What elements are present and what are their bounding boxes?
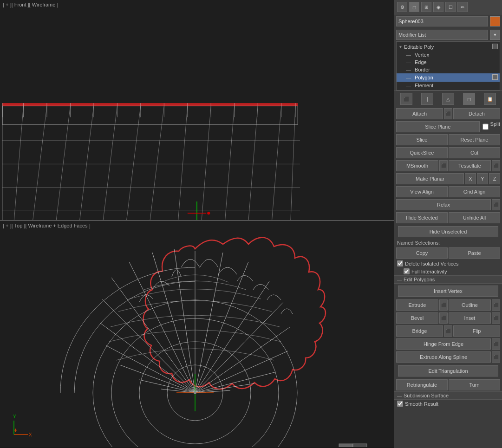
edge-bullet: — [406, 59, 411, 65]
bridge-button[interactable]: Bridge [396, 325, 443, 337]
svg-text:Y: Y [13, 414, 16, 419]
tessellate-options-button[interactable]: ⬛ [492, 160, 500, 171]
copy-button[interactable]: Copy [396, 247, 448, 259]
subobj-edge-icon[interactable]: | [421, 93, 433, 105]
hinge-from-edge-button[interactable]: Hinge From Edge [396, 338, 491, 350]
attach-options-button[interactable]: ⬛ [444, 108, 452, 119]
split-label: Split [490, 121, 500, 132]
smooth-result-checkbox[interactable] [397, 401, 403, 407]
extrude-options-button[interactable]: ⬛ [439, 299, 448, 311]
z-button[interactable]: Z [489, 173, 500, 184]
subdivision-surface-header[interactable]: — Subdivision Surface [394, 391, 502, 400]
toolbar-utilities-icon[interactable]: ✏ [457, 2, 468, 12]
retriangulate-turn-row: Retriangulate Turn [394, 378, 502, 391]
bevel-options-button[interactable]: ⬛ [439, 312, 448, 324]
viewport-front[interactable]: [ + ][ Front ][ Wireframe ] [0, 0, 394, 221]
named-selections-label: Named Selections: [394, 239, 502, 247]
svg-rect-1 [2, 103, 298, 106]
grid-align-button[interactable]: Grid Align [449, 186, 500, 197]
modifier-element[interactable]: — Element [397, 82, 500, 89]
modifier-editable-poly[interactable]: ▼ Editable Poly [397, 43, 500, 51]
paste-button[interactable]: Paste [449, 247, 500, 259]
x-button[interactable]: X [465, 173, 476, 184]
relax-options-button[interactable]: ⬛ [492, 199, 500, 210]
hinge-options-button[interactable]: ⬛ [492, 338, 500, 350]
subobj-polygon-icon[interactable]: ◻ [463, 93, 475, 105]
vertex-label: Vertex [415, 52, 429, 58]
slice-button[interactable]: Slice [396, 134, 448, 145]
viewport-area: [ + ][ Front ][ Wireframe ] [0, 0, 394, 448]
subobj-element-icon[interactable]: 📋 [484, 93, 496, 105]
edit-polygons-header[interactable]: — Edit Polygons [394, 275, 502, 284]
y-button[interactable]: Y [477, 173, 488, 184]
toolbar-settings-icon[interactable]: ⚙ [397, 2, 407, 12]
border-bullet: — [406, 67, 411, 72]
extrude-along-spline-button[interactable]: Extrude Along Spline [396, 351, 491, 363]
svg-point-67 [194, 391, 196, 394]
unhide-all-button[interactable]: Unhide All [449, 212, 500, 223]
flip-button[interactable]: Flip [453, 325, 500, 337]
msmooth-options-button[interactable]: ⬛ [439, 160, 448, 171]
quickslice-button[interactable]: QuickSlice [396, 147, 448, 158]
slice-plane-button[interactable]: Slice Plane [396, 121, 480, 132]
outline-options-button[interactable]: ⬛ [492, 299, 500, 311]
svg-rect-76 [339, 444, 353, 447]
attach-button[interactable]: Attach [396, 108, 443, 119]
object-name-input[interactable] [396, 16, 488, 26]
insert-vertex-button[interactable]: Insert Vertex [398, 286, 498, 297]
toolbar-motion-icon[interactable]: ◉ [433, 2, 443, 12]
svg-text:X: X [29, 432, 32, 437]
hide-unselected-button[interactable]: Hide Unselected [398, 226, 498, 237]
modifier-polygon[interactable]: — Polygon [397, 73, 500, 82]
mod-options-icon[interactable] [492, 44, 498, 50]
inset-button[interactable]: Inset [449, 312, 491, 324]
split-checkbox[interactable] [482, 121, 489, 132]
view-align-button[interactable]: View Align [396, 186, 448, 197]
modifier-edge[interactable]: — Edge [397, 58, 500, 66]
modifier-border[interactable]: — Border [397, 66, 500, 73]
delete-isolated-label: Delete Isolated Vertices [405, 261, 459, 266]
cut-button[interactable]: Cut [449, 147, 500, 158]
modifier-list-dropdown[interactable]: ▼ [490, 30, 500, 40]
attach-detach-row: Attach ⬛ Detach [394, 107, 502, 120]
turn-button[interactable]: Turn [449, 379, 500, 390]
modifier-vertex[interactable]: — Vertex [397, 51, 500, 58]
bevel-inset-row: Bevel ⬛ Inset ⬛ [394, 312, 502, 325]
reset-plane-button[interactable]: Reset Plane [449, 134, 500, 145]
viewport-top[interactable]: [ + ][ Top ][ Wireframe + Edged Faces ] [0, 221, 394, 448]
svg-point-37 [207, 212, 210, 214]
hide-selected-button[interactable]: Hide Selected [396, 212, 448, 223]
retriangulate-button[interactable]: Retriangulate [396, 379, 448, 390]
modifier-tree: ▼ Editable Poly — Vertex — Edge — Border… [396, 41, 500, 91]
relax-button[interactable]: Relax [396, 199, 491, 210]
border-label: Border [415, 67, 430, 72]
make-planar-button[interactable]: Make Planar [396, 173, 464, 184]
detach-button[interactable]: Detach [453, 108, 500, 119]
full-interactivity-checkbox[interactable] [404, 268, 410, 274]
edit-triangulation-button[interactable]: Edit Triangulation [398, 365, 498, 377]
toolbar-hierarchy-icon[interactable]: ⊞ [421, 2, 431, 12]
modifier-list-row: Modifier List ▼ [394, 28, 502, 41]
hide-unselected-row: Hide Unselected [394, 224, 502, 239]
subobj-vertex-icon[interactable]: ⬛ [400, 93, 412, 105]
extrude-button[interactable]: Extrude [396, 299, 438, 311]
bevel-button[interactable]: Bevel [396, 312, 438, 324]
viewport-front-label: [ + ][ Front ][ Wireframe ] [3, 2, 59, 7]
tessellate-button[interactable]: Tessellate [449, 160, 491, 171]
extrude-spline-options-button[interactable]: ⬛ [492, 351, 500, 363]
toolbar-modify-icon[interactable]: ◻ [409, 2, 419, 12]
modifier-list-label: Modifier List [396, 30, 488, 40]
delete-isolated-checkbox[interactable] [397, 260, 403, 266]
object-color-swatch[interactable] [490, 16, 500, 26]
toolbar-display-icon[interactable]: ☐ [445, 2, 456, 12]
subobj-border-icon[interactable]: △ [442, 93, 454, 105]
msmooth-button[interactable]: MSmooth [396, 160, 438, 171]
subdivision-surface-label: Subdivision Surface [404, 393, 449, 398]
polygon-label: Polygon [415, 75, 433, 80]
polygon-options-icon[interactable] [492, 74, 498, 81]
viewport-top-label: [ + ][ Top ][ Wireframe + Edged Faces ] [3, 223, 91, 228]
inset-options-button[interactable]: ⬛ [492, 312, 500, 324]
bridge-options-button[interactable]: ⬛ [444, 325, 452, 337]
make-planar-row: Make Planar X Y Z [394, 172, 502, 185]
outline-button[interactable]: Outline [449, 299, 491, 311]
